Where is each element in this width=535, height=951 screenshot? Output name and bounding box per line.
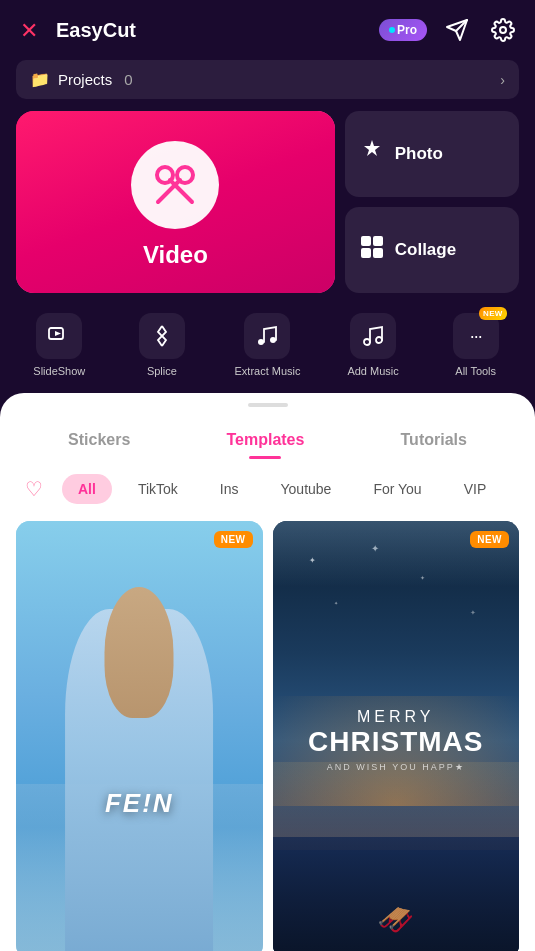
svg-point-18 xyxy=(376,337,382,343)
all-tools-icon-wrap: ··· NEW xyxy=(453,313,499,359)
collage-card[interactable]: Collage xyxy=(345,207,519,293)
tools-row: SlideShow Splice Extract Music xyxy=(0,313,535,393)
projects-count: 0 xyxy=(124,71,132,88)
header-actions: Pro xyxy=(379,14,519,46)
add-music-label: Add Music xyxy=(347,365,398,377)
side-cards: Photo Collage xyxy=(345,111,519,293)
photo-label: Photo xyxy=(395,144,443,164)
app-name: EasyCut xyxy=(56,19,136,42)
filter-ins[interactable]: Ins xyxy=(204,474,255,504)
tool-slideshow[interactable]: SlideShow xyxy=(29,313,89,377)
logo-icon: ✕ xyxy=(16,14,48,46)
tool-add-music[interactable]: Add Music xyxy=(343,313,403,377)
folder-icon: 📁 xyxy=(30,70,50,89)
collage-icon xyxy=(359,234,385,266)
filter-all[interactable]: All xyxy=(62,474,112,504)
projects-label: Projects xyxy=(58,71,112,88)
filter-row: ♡ All TikTok Ins Youtube For You VIP xyxy=(0,457,535,521)
fein-text: FE!N xyxy=(105,788,174,819)
settings-button[interactable] xyxy=(487,14,519,46)
filter-tiktok[interactable]: TikTok xyxy=(122,474,194,504)
tool-splice[interactable]: Splice xyxy=(132,313,192,377)
heart-button[interactable]: ♡ xyxy=(16,471,52,507)
tool-extract-music[interactable]: Extract Music xyxy=(234,313,300,377)
add-music-icon-wrap xyxy=(350,313,396,359)
tab-bar: Stickers Templates Tutorials xyxy=(0,423,535,457)
collage-label: Collage xyxy=(395,240,456,260)
svg-text:✕: ✕ xyxy=(20,18,38,43)
svg-point-15 xyxy=(258,339,264,345)
scissors-icon xyxy=(150,160,200,210)
svg-rect-11 xyxy=(361,248,371,258)
all-tools-label: All Tools xyxy=(455,365,496,377)
video-label: Video xyxy=(143,241,208,269)
extract-music-label: Extract Music xyxy=(234,365,300,377)
scissors-circle xyxy=(131,141,219,229)
slideshow-label: SlideShow xyxy=(33,365,85,377)
extract-music-icon-wrap xyxy=(244,313,290,359)
wish-text: AND WISH YOU HAPP★ xyxy=(327,762,465,772)
send-button[interactable] xyxy=(441,14,473,46)
bottom-sheet: Stickers Templates Tutorials ♡ All TikTo… xyxy=(0,393,535,951)
svg-rect-10 xyxy=(373,236,383,246)
svg-rect-12 xyxy=(373,248,383,258)
template-card-fein[interactable]: FE!N NEW xyxy=(16,521,263,951)
svg-point-16 xyxy=(270,337,276,343)
app-header: ✕ EasyCut Pro xyxy=(0,0,535,56)
svg-point-4 xyxy=(500,27,506,33)
tool-all-tools[interactable]: ··· NEW All Tools xyxy=(446,313,506,377)
filter-for-you[interactable]: For You xyxy=(357,474,437,504)
new-tag-fein: NEW xyxy=(214,531,253,548)
filter-youtube[interactable]: Youtube xyxy=(265,474,348,504)
template-grid: FE!N NEW ✦ ✦ ✦ ✦ ✦ xyxy=(0,521,535,951)
splice-icon-wrap xyxy=(139,313,185,359)
filter-vip[interactable]: VIP xyxy=(448,474,503,504)
new-tag-christmas: NEW xyxy=(470,531,509,548)
logo-area: ✕ EasyCut xyxy=(16,14,136,46)
drag-handle[interactable] xyxy=(248,403,288,407)
main-cards: Video Photo Collage xyxy=(0,111,535,293)
pro-badge[interactable]: Pro xyxy=(379,19,427,41)
tab-templates[interactable]: Templates xyxy=(226,423,304,457)
new-badge: NEW xyxy=(479,307,507,320)
photo-icon xyxy=(359,138,385,170)
splice-label: Splice xyxy=(147,365,177,377)
template-card-christmas[interactable]: ✦ ✦ ✦ ✦ ✦ MERRY CHRISTMAS AND WISH YOU H… xyxy=(273,521,520,951)
tab-tutorials[interactable]: Tutorials xyxy=(401,423,467,457)
video-card[interactable]: Video xyxy=(16,111,335,293)
chevron-right-icon: › xyxy=(500,72,505,88)
svg-point-17 xyxy=(364,339,370,345)
projects-bar[interactable]: 📁 Projects 0 › xyxy=(16,60,519,99)
christmas-overlay: MERRY CHRISTMAS AND WISH YOU HAPP★ xyxy=(273,521,520,951)
slideshow-icon-wrap xyxy=(36,313,82,359)
merry-text: MERRY xyxy=(357,708,435,726)
svg-rect-9 xyxy=(361,236,371,246)
tab-stickers[interactable]: Stickers xyxy=(68,423,130,457)
christmas-text: CHRISTMAS xyxy=(308,728,483,756)
svg-marker-14 xyxy=(55,331,61,336)
photo-card[interactable]: Photo xyxy=(345,111,519,197)
